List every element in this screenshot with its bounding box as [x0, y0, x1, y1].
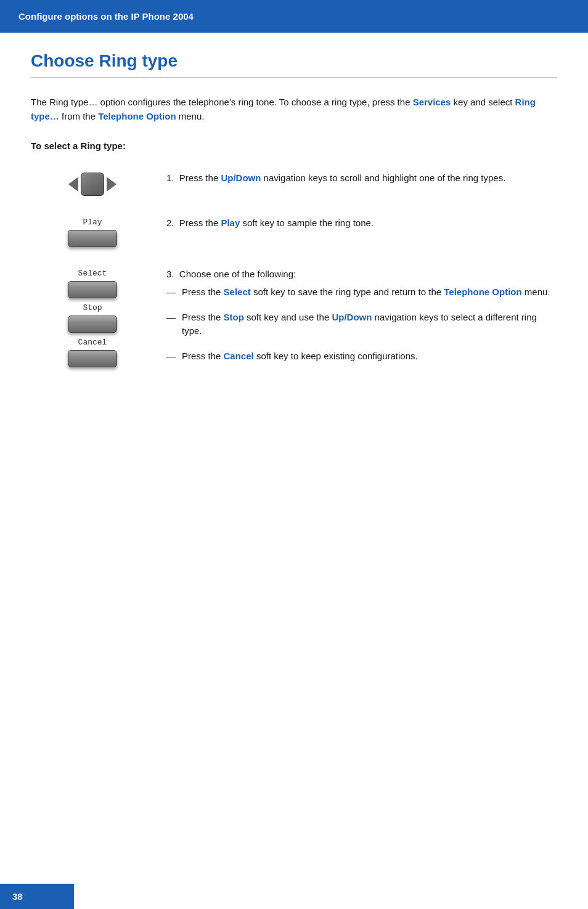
stop-key-button: [68, 316, 117, 333]
dash-3: —: [166, 349, 176, 364]
section-heading: To select a Ring type:: [31, 141, 557, 151]
step-2-text-after: soft key to sample the ring tone.: [240, 218, 374, 228]
cancel-highlight: Cancel: [224, 351, 254, 361]
sub-item-2: — Press the Stop soft key and use the Up…: [166, 311, 557, 338]
sub-item-2-text: Press the Stop soft key and use the Up/D…: [182, 311, 557, 338]
intro-services-key: Services: [413, 97, 451, 107]
sub-list: — Press the Select soft key to save the …: [166, 285, 557, 363]
footer: 38: [0, 884, 74, 909]
updown-highlight: Up/Down: [332, 312, 372, 322]
dash-2: —: [166, 311, 176, 325]
step-2-icon: Play: [31, 214, 154, 247]
step-1-highlight: Up/Down: [221, 173, 261, 183]
step-3-text: 3. Choose one of the following: — Press …: [154, 266, 557, 374]
cancel-key-label: Cancel: [78, 338, 107, 347]
step-1-text: 1. Press the Up/Down navigation keys to …: [154, 169, 557, 183]
stop-highlight: Stop: [224, 312, 244, 322]
play-key-button: [68, 230, 117, 247]
sub-item-1: — Press the Select soft key to save the …: [166, 285, 557, 300]
step-2-text-before: Press the: [179, 218, 221, 228]
cancel-key-button: [68, 350, 117, 367]
step-2-highlight: Play: [221, 218, 240, 228]
stop-key-wrapper: Stop: [68, 303, 117, 333]
select-key-label: Select: [78, 269, 107, 278]
play-key-wrapper: Play: [68, 218, 117, 247]
steps-container: 1. Press the Up/Down navigation keys to …: [31, 169, 557, 393]
nav-arrow-right-icon: [107, 177, 116, 192]
step-3-icon: Select Stop Cancel: [31, 266, 154, 372]
sub-item-3: — Press the Cancel soft key to keep exis…: [166, 349, 557, 364]
step-3-row: Select Stop Cancel 3. Choose one of the …: [31, 266, 557, 374]
step-1-text-before: Press the: [179, 173, 221, 183]
select-highlight: Select: [224, 287, 251, 297]
step-2-number: 2.: [166, 218, 179, 228]
intro-text-middle: key and select: [451, 97, 515, 107]
step-2-text: 2. Press the Play soft key to sample the…: [154, 214, 557, 228]
step-1-row: 1. Press the Up/Down navigation keys to …: [31, 169, 557, 196]
nav-center-button: [81, 173, 104, 196]
step-1-icon: [31, 169, 154, 196]
sub-item-1-text: Press the Select soft key to save the ri…: [182, 285, 550, 300]
content-area: Choose Ring type The Ring type… option c…: [0, 33, 588, 423]
step-2-row: Play 2. Press the Play soft key to sampl…: [31, 214, 557, 247]
step-3-intro: Choose one of the following:: [179, 269, 296, 279]
step-1-text-after: navigation keys to scroll and highlight …: [261, 173, 505, 183]
intro-text-end: menu.: [176, 111, 205, 121]
cancel-key-wrapper: Cancel: [68, 338, 117, 367]
intro-text-before: The Ring type… option configures the tel…: [31, 97, 413, 107]
step-1-number: 1.: [166, 173, 179, 183]
intro-telephone-option: Telephone Option: [98, 111, 176, 121]
select-key-button: [68, 281, 117, 298]
intro-text-after: from the: [59, 111, 98, 121]
select-key-wrapper: Select: [68, 269, 117, 298]
stop-key-label: Stop: [83, 303, 102, 312]
header-label: Configure options on the IP Phone 2004: [18, 11, 194, 22]
page-number: 38: [12, 891, 23, 902]
play-key-label: Play: [83, 218, 102, 227]
page-title: Choose Ring type: [31, 51, 557, 78]
step-3-number: 3.: [166, 269, 179, 279]
nav-key-cluster: [68, 173, 116, 196]
header-bar: Configure options on the IP Phone 2004: [0, 0, 588, 33]
sub-item-3-text: Press the Cancel soft key to keep existi…: [182, 349, 418, 364]
intro-paragraph: The Ring type… option configures the tel…: [31, 96, 557, 123]
nav-arrow-left-icon: [68, 177, 78, 192]
triple-key-stack: Select Stop Cancel: [68, 269, 117, 372]
telephone-option-highlight-1: Telephone Option: [444, 287, 521, 297]
dash-1: —: [166, 285, 176, 300]
